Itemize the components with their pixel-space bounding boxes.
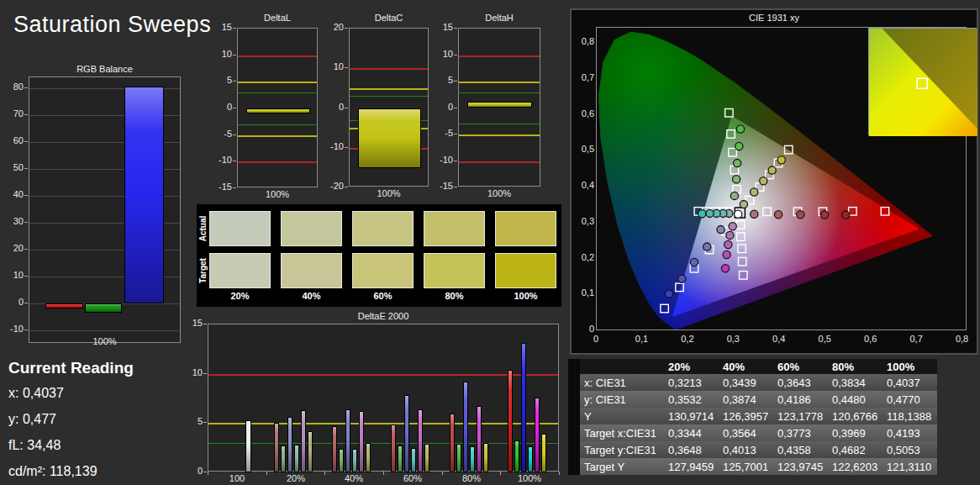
y-tick-mark: [233, 187, 236, 188]
cie-x-tick-label: 0,6: [856, 334, 885, 344]
y-tick-label: 15: [207, 22, 232, 32]
row-label-cell: Y: [580, 408, 664, 424]
value-cell: 0,3773: [773, 424, 828, 441]
delta-e-bar-100%-0: [508, 370, 513, 472]
measured-marker-yellow: [740, 201, 747, 208]
header-cell-60%: 60%: [773, 359, 828, 374]
value-cell: 0,3439: [719, 374, 773, 391]
cie-1931-panel: CIE 1931 xy00,10,20,30,40,50,60,70,800,1…: [570, 8, 978, 355]
y-tick-mark: [203, 373, 207, 374]
y-tick-label: 10: [428, 49, 453, 59]
delta-l-title: DeltaL: [237, 13, 318, 23]
y-tick-mark: [454, 55, 457, 55]
limit-line-1d8a1d: [238, 92, 317, 93]
delta-e-bar-80%-3: [470, 446, 475, 472]
limit-line: [208, 374, 558, 376]
bar-100%: [246, 108, 310, 113]
y-tick-mark: [233, 108, 236, 108]
delta-e-group-label: 100: [208, 473, 266, 483]
limit-line: [208, 443, 558, 444]
y-tick-label: 70: [0, 108, 24, 119]
y-tick-mark: [203, 324, 207, 324]
value-cell: 0,3969: [828, 424, 883, 441]
cie-x-tick-label: 0: [582, 334, 610, 344]
x-axis-label: 100%: [29, 336, 181, 346]
value-cell: 121,3110: [883, 458, 937, 475]
limit-line-b22525: [350, 68, 428, 70]
delta-e-bar-40%-5: [366, 443, 371, 472]
delta-e-bar-80%-4: [477, 406, 482, 472]
delta-e-bar-80%-1: [456, 444, 461, 472]
cie-x-tick-label: 0,2: [673, 334, 702, 344]
y-tick-label: 10: [319, 61, 344, 71]
measured-marker-magenta: [721, 265, 729, 272]
y-tick-mark: [345, 28, 348, 29]
measured-marker-magenta: [724, 240, 732, 248]
y-tick-mark: [24, 329, 28, 330]
y-tick-mark: [24, 114, 28, 115]
swatch-row-label-target: [377, 0, 389, 24]
delta-e-2000-title: DeltaE 2000: [208, 311, 559, 321]
current-reading-line: x: 0,4037: [8, 386, 64, 401]
delta-e-bar-60%-4: [418, 409, 423, 472]
cie-y-tick-label: 0,1: [572, 287, 594, 298]
table-row: y: CIE310,35320,38740,41860,44800,4770: [568, 391, 937, 408]
y-tick-mark: [345, 147, 348, 148]
cie-y-tick-label: 0,8: [572, 36, 594, 46]
delta-e-bar-60%-5: [424, 444, 429, 472]
delta-e-bar-40%-3: [352, 449, 357, 472]
y-tick-mark: [233, 161, 236, 161]
header-cell-80%: 80%: [828, 359, 883, 374]
y-tick-label: 30: [0, 216, 24, 226]
y-tick-label: 5: [428, 75, 453, 85]
y-tick-mark: [233, 81, 236, 82]
swatch-row-label: Actual: [198, 210, 210, 247]
measured-marker-green: [736, 125, 744, 133]
swatch-target-20%: [209, 253, 271, 288]
cie-x-tick-label: 0,3: [719, 334, 747, 344]
limit-line-b22525: [459, 161, 540, 163]
y-tick-mark: [454, 28, 457, 29]
delta-e-bar-20%-2: [287, 417, 292, 472]
y-tick-mark: [233, 55, 236, 55]
swatch-column-label: 80%: [424, 291, 485, 301]
delta-e-bar-80%-5: [483, 443, 488, 472]
delta-e-bar-100-0: [245, 420, 251, 472]
row-label-cell: Target Y: [580, 458, 664, 475]
swatch-target-100%: [495, 253, 556, 288]
limit-line: [208, 423, 558, 424]
value-cell: 0,3532: [664, 391, 719, 408]
row-marker-cell: [568, 391, 580, 408]
value-cell: 130,9714: [664, 408, 719, 424]
y-tick-label: 0: [0, 297, 24, 307]
cie-x-tick-label: 0,8: [948, 334, 977, 344]
y-tick-label: 10: [207, 49, 232, 59]
y-tick-label: -10: [428, 155, 453, 165]
value-cell: 0,4770: [883, 391, 937, 408]
measured-marker-red: [821, 211, 829, 219]
bar-100%: [358, 108, 421, 169]
delta-e-bar-40%-1: [339, 449, 344, 472]
y-tick-label: -15: [207, 182, 232, 192]
current-reading-line: cd/m²: 118,139: [8, 464, 97, 479]
y-tick-mark: [454, 187, 457, 187]
swatch-column-label: 100%: [495, 291, 556, 301]
delta-e-group-label: 60%: [383, 473, 442, 483]
measurement-table: 20%40%60%80%100%x: CIE310,32130,34390,36…: [568, 359, 937, 475]
value-cell: 0,3834: [828, 374, 883, 391]
y-tick-label: 0: [428, 102, 453, 112]
table-row: Y130,9714126,3957123,1778120,6766118,138…: [568, 408, 937, 424]
delta-e-bar-100%-5: [541, 434, 546, 472]
limit-line-1d8a1d: [459, 92, 540, 93]
measured-marker-magenta: [723, 250, 730, 258]
swatch-target-40%: [281, 253, 342, 288]
delta-e-bar-20%-4: [301, 410, 306, 472]
value-cell: 127,9459: [664, 458, 719, 475]
table-row: x: CIE310,32130,34390,36430,38340,4037: [568, 374, 937, 391]
cie-x-tick-label: 0,1: [627, 334, 656, 344]
measured-marker-yellow: [760, 177, 767, 185]
delta-e-bar-40%-0: [332, 426, 337, 472]
delta-h-title: DeltaH: [458, 13, 540, 23]
value-cell: 0,3564: [719, 424, 773, 441]
measured-marker-blue: [678, 275, 686, 282]
